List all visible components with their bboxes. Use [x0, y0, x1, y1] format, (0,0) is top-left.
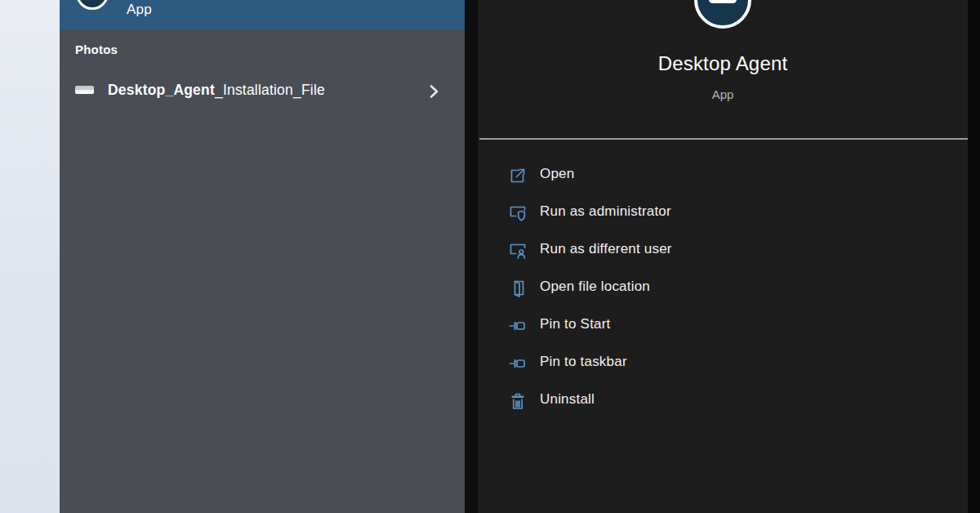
start-menu-search-screen: App Photos Desktop_Agent_Installation_Fi…	[0, 0, 980, 513]
screen-right-edge	[968, 0, 980, 513]
menu-item-uninstall[interactable]: Uninstall	[478, 382, 968, 420]
pushpin-icon	[508, 354, 528, 373]
context-menu-list: Open Run as administrator Run as differe…	[478, 157, 968, 420]
menu-item-pin-to-start[interactable]: Pin to Start	[478, 307, 968, 345]
menu-item-open-file-location[interactable]: Open file location	[478, 270, 968, 307]
menu-item-run-as-administrator[interactable]: Run as administrator	[478, 194, 968, 232]
menu-item-open[interactable]: Open	[478, 157, 968, 194]
file-thumbnail-icon	[75, 86, 94, 94]
run-as-different-user-icon	[508, 241, 528, 261]
menu-item-run-as-different-user[interactable]: Run as different user	[478, 232, 968, 270]
open-file-location-icon	[508, 279, 528, 298]
open-icon	[508, 166, 528, 185]
search-result-app-selected[interactable]: App	[60, 0, 465, 29]
selected-result-label: App	[127, 2, 152, 18]
trash-icon	[508, 391, 528, 411]
panel-gap-strip	[465, 0, 478, 513]
search-result-installation-file[interactable]: Desktop_Agent_Installation_File	[60, 74, 465, 109]
photos-section-header: Photos	[75, 42, 118, 56]
chevron-right-icon[interactable]	[424, 82, 443, 101]
menu-item-pin-to-taskbar[interactable]: Pin to taskbar	[478, 345, 968, 382]
app-icon-small	[76, 0, 109, 10]
context-menu-panel: Desktop Agent App Open Run as administra…	[478, 0, 968, 513]
app-icon-large	[694, 0, 751, 29]
desktop-background	[0, 0, 60, 513]
menu-divider	[479, 138, 968, 140]
app-title: Desktop Agent	[478, 52, 968, 75]
app-subtitle: App	[478, 87, 968, 101]
pushpin-icon	[508, 316, 528, 336]
file-name-label: Desktop_Agent_Installation_File	[108, 82, 325, 99]
run-as-administrator-icon	[508, 203, 528, 223]
search-results-panel: App Photos Desktop_Agent_Installation_Fi…	[60, 0, 465, 513]
app-icon-dash	[709, 0, 737, 3]
